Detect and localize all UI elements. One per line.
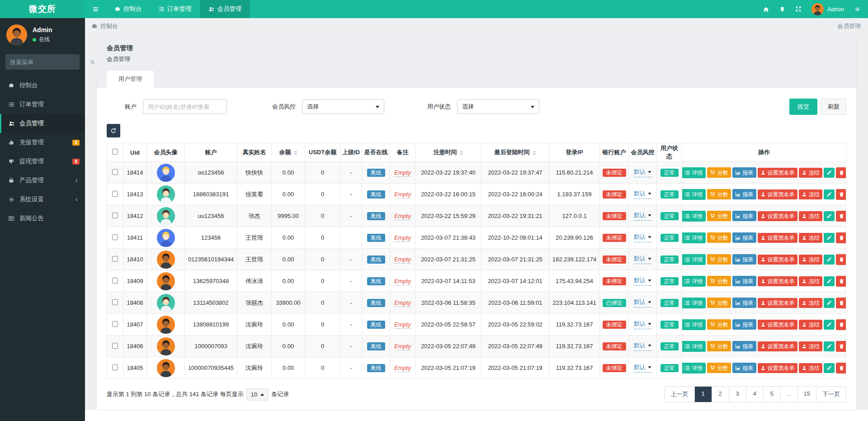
blacklist-button[interactable]: 设置黑名单 [758, 320, 797, 330]
delete-button[interactable] [836, 341, 846, 352]
delete-button[interactable] [836, 232, 846, 243]
sidebar-item-新闻公告[interactable]: 新闻公告 [0, 209, 85, 228]
blacklist-button[interactable]: 设置黑名单 [758, 363, 797, 373]
detail-button[interactable]: 详情 [682, 211, 706, 222]
blacklist-button[interactable]: 设置黑名单 [758, 255, 797, 265]
edit-button[interactable] [824, 276, 835, 286]
report-button[interactable]: 报表 [732, 276, 756, 286]
remark-link[interactable]: Empty [394, 256, 411, 264]
risk-dropdown[interactable]: 默认 [634, 298, 651, 307]
edit-button[interactable] [824, 341, 835, 351]
sidebar-item-系统设置[interactable]: 系统设置 [0, 190, 85, 209]
app-logo[interactable]: 微交所 [0, 0, 85, 18]
detail-button[interactable]: 详情 [682, 363, 706, 374]
delete-button[interactable] [836, 276, 846, 287]
blacklist-button[interactable]: 设置黑名单 [758, 298, 797, 308]
report-button[interactable]: 报表 [732, 341, 756, 351]
row-checkbox[interactable] [112, 321, 118, 327]
nav-item-订单管理[interactable]: 订单管理 [150, 0, 200, 18]
delete-button[interactable] [836, 211, 846, 222]
delete-button[interactable] [836, 254, 846, 265]
risk-dropdown[interactable]: 默认 [634, 320, 651, 329]
row-checkbox[interactable] [112, 213, 118, 218]
page-button-2[interactable]: 2 [712, 387, 729, 402]
freeze-button[interactable]: 冻结 [799, 255, 822, 265]
sidebar-item-会员管理[interactable]: 会员管理 [0, 114, 85, 133]
page-button-4[interactable]: 4 [746, 387, 764, 402]
report-button[interactable]: 报表 [732, 254, 756, 265]
home-icon[interactable] [763, 6, 769, 13]
refresh-button[interactable]: 刷新 [821, 99, 846, 115]
risk-dropdown[interactable]: 默认 [634, 363, 651, 373]
breadcrumb-left[interactable]: 控制台 [91, 22, 118, 30]
risk-dropdown[interactable]: 默认 [634, 168, 651, 177]
select-all-checkbox[interactable] [112, 149, 118, 155]
submit-button[interactable]: 提交 [789, 99, 817, 115]
edit-button[interactable] [824, 189, 835, 199]
edit-button[interactable] [824, 255, 835, 265]
score-button[interactable]: 分数 [707, 189, 731, 199]
detail-button[interactable]: 详情 [682, 254, 706, 265]
edit-button[interactable] [824, 168, 835, 178]
page-button-5[interactable]: 5 [764, 387, 781, 402]
report-button[interactable]: 报表 [732, 189, 756, 199]
admin-menu[interactable]: Admin [811, 3, 844, 15]
sidebar-toggle[interactable] [85, 0, 106, 18]
remark-link[interactable]: Empty [394, 234, 411, 242]
remark-link[interactable]: Empty [394, 169, 411, 177]
freeze-button[interactable]: 冻结 [799, 211, 822, 221]
blacklist-button[interactable]: 设置黑名单 [758, 189, 797, 199]
score-button[interactable]: 分数 [707, 363, 731, 373]
delete-button[interactable] [836, 298, 846, 308]
remark-link[interactable]: Empty [394, 191, 411, 199]
score-button[interactable]: 分数 [707, 319, 731, 330]
sidebar-item-提现管理[interactable]: 提现管理0 [0, 152, 85, 171]
sidebar-search-input[interactable] [10, 59, 90, 66]
blacklist-button[interactable]: 设置黑名单 [758, 341, 797, 351]
sort-icon[interactable] [460, 151, 463, 155]
page-size-select[interactable]: 10 [246, 388, 269, 401]
page-button-15[interactable]: 15 [798, 387, 816, 402]
row-checkbox[interactable] [112, 256, 118, 262]
risk-dropdown[interactable]: 默认 [634, 255, 651, 264]
score-button[interactable]: 分数 [707, 341, 731, 351]
freeze-button[interactable]: 冻结 [799, 276, 822, 286]
sidebar-item-产品管理[interactable]: 产品管理 [0, 171, 85, 190]
blacklist-button[interactable]: 设置黑名单 [758, 233, 797, 243]
status-select[interactable]: 选择 [457, 99, 539, 114]
trash-icon[interactable] [779, 6, 785, 12]
sidebar-item-订单管理[interactable]: 订单管理 [0, 95, 85, 114]
detail-button[interactable]: 详情 [682, 232, 706, 243]
edit-button[interactable] [824, 320, 835, 330]
report-button[interactable]: 报表 [732, 211, 756, 221]
row-checkbox[interactable] [112, 299, 118, 305]
nav-item-控制台[interactable]: 控制台 [106, 0, 150, 18]
freeze-button[interactable]: 冻结 [799, 189, 822, 199]
page-button-3[interactable]: 3 [729, 387, 746, 402]
delete-button[interactable] [836, 319, 846, 330]
remark-link[interactable]: Empty [394, 213, 411, 220]
edit-button[interactable] [824, 298, 835, 308]
delete-button[interactable] [836, 363, 846, 374]
page-button-上一页[interactable]: 上一页 [665, 387, 695, 402]
remark-link[interactable]: Empty [394, 343, 411, 350]
risk-dropdown[interactable]: 默认 [634, 189, 651, 199]
detail-button[interactable]: 详情 [682, 319, 706, 330]
score-button[interactable]: 分数 [707, 298, 731, 308]
score-button[interactable]: 分数 [707, 254, 731, 265]
edit-button[interactable] [824, 233, 835, 243]
nav-item-会员管理[interactable]: 会员管理 [200, 0, 250, 18]
page-button-下一页[interactable]: 下一页 [816, 387, 846, 402]
score-button[interactable]: 分数 [707, 232, 731, 243]
report-button[interactable]: 报表 [732, 363, 756, 373]
column-header-最后登陆时间[interactable]: 最后登陆时间 [481, 143, 549, 162]
page-button-1[interactable]: 1 [695, 387, 712, 402]
risk-dropdown[interactable]: 默认 [634, 341, 651, 351]
report-button[interactable]: 报表 [732, 167, 756, 178]
blacklist-button[interactable]: 设置黑名单 [758, 211, 797, 221]
sort-icon[interactable] [294, 151, 297, 155]
report-button[interactable]: 报表 [732, 232, 756, 243]
risk-dropdown[interactable]: 默认 [634, 233, 651, 242]
remark-link[interactable]: Empty [394, 278, 411, 285]
blacklist-button[interactable]: 设置黑名单 [758, 168, 797, 178]
